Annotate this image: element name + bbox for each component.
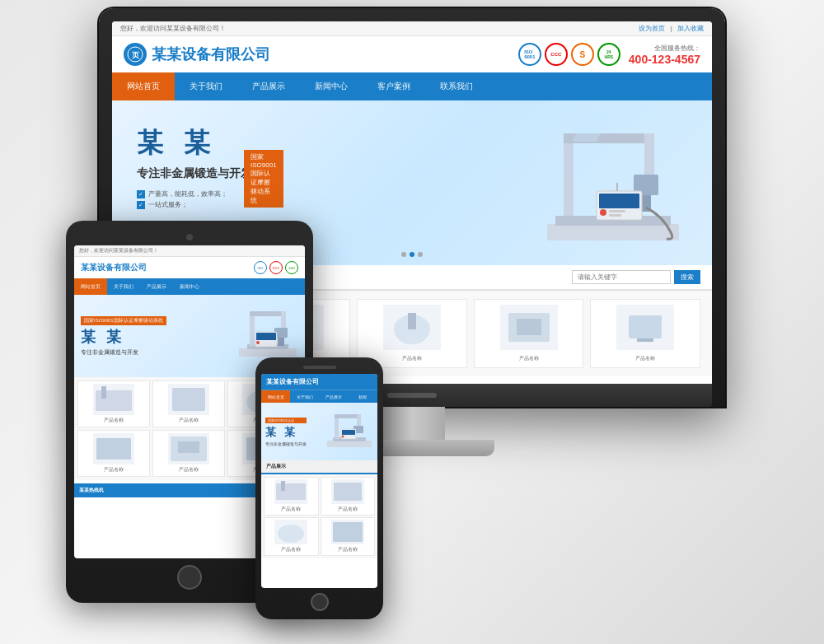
- phone-product-label-2: 产品名称: [338, 506, 358, 513]
- svg-rect-29: [250, 311, 255, 346]
- svg-rect-39: [172, 388, 205, 411]
- monitor-stand-neck: [379, 407, 445, 440]
- banner-dot-3[interactable]: [418, 252, 423, 257]
- tablet-product-label-5: 产品名称: [179, 466, 199, 474]
- tablet-topbar: 您好，欢迎访问某某设备有限公司！: [74, 245, 305, 257]
- banner-main-text: 某 某: [137, 125, 217, 161]
- phone-nav: 网站首页 关于我们 产品展示 新闻: [261, 390, 377, 403]
- hotline-number: 400-123-4567: [629, 53, 700, 66]
- monitor-chin-dot: [387, 393, 437, 398]
- tablet-product-card-4[interactable]: 产品名称: [77, 430, 150, 477]
- site-nav: 网站首页 关于我们 产品展示 新闻中心 客户案例 联系我们: [112, 72, 712, 100]
- phone-nav-home[interactable]: 网站首页: [261, 390, 290, 403]
- cert-badges: ISO9001 CCC S 24HRS: [518, 43, 620, 66]
- tablet-product-card-2[interactable]: 产品名称: [152, 380, 225, 427]
- phone-website: 某某设备有限公司 网站首页 关于我们 产品展示 新闻 国家ISO9001认证 某…: [261, 374, 377, 588]
- tablet-nav-about[interactable]: 关于我们: [107, 278, 140, 295]
- phone-home-button[interactable]: [311, 593, 329, 611]
- svg-rect-22: [408, 313, 416, 329]
- phone-nav-products[interactable]: 产品展示: [320, 390, 349, 403]
- phone-screen: 某某设备有限公司 网站首页 关于我们 产品展示 新闻 国家ISO9001认证 某…: [261, 374, 377, 588]
- svg-rect-43: [178, 441, 199, 453]
- bullet-check-1: ✓: [137, 190, 145, 198]
- svg-rect-37: [96, 390, 132, 411]
- product-img-4: [500, 305, 558, 350]
- product-label-3: 产品名称: [402, 355, 422, 362]
- tablet-product-label-2: 产品名称: [179, 417, 199, 424]
- tablet-home-button[interactable]: [177, 565, 202, 590]
- phone-nav-about[interactable]: 关于我们: [290, 390, 319, 403]
- tablet-banner-content: 国家ISO9001国际认证摩擦驱动系统 某 某 专注非金属锻造与开发: [81, 316, 166, 357]
- svg-rect-26: [637, 338, 653, 342]
- tablet-product-card-5[interactable]: 产品名称: [152, 430, 225, 477]
- svg-rect-45: [327, 441, 372, 447]
- nav-item-cases[interactable]: 客户案例: [363, 72, 425, 100]
- nav-item-home[interactable]: 网站首页: [112, 72, 175, 100]
- site-topbar: 您好，欢迎访问某某设备有限公司！ 设为首页 | 加入收藏: [112, 21, 712, 36]
- tablet-product-label-1: 产品名称: [104, 417, 124, 424]
- tablet-camera: [186, 234, 193, 240]
- site-header-right: ISO9001 CCC S 24HRS 全国服务热线： 400-123-4567: [518, 43, 700, 66]
- tablet-cert-24: 24H: [285, 261, 298, 274]
- svg-rect-30: [250, 311, 286, 316]
- bullet-check-2: ✓: [137, 201, 145, 209]
- phone-product-img-4: [331, 520, 364, 544]
- cert-ccc: CCC: [545, 43, 568, 66]
- svg-rect-58: [333, 522, 363, 542]
- tablet-product-img-5: [168, 433, 209, 464]
- svg-rect-38: [101, 386, 106, 399]
- nav-item-products[interactable]: 产品展示: [237, 72, 300, 100]
- tablet-nav-news[interactable]: 新闻中心: [173, 278, 206, 295]
- phone-banner-sub: 专注非金属锻造与开发: [265, 441, 307, 446]
- product-card-5[interactable]: 产品名称: [590, 299, 700, 368]
- banner-dot-2[interactable]: [410, 252, 414, 257]
- nav-item-news[interactable]: 新闻中心: [300, 72, 363, 100]
- phone-nav-news[interactable]: 新闻: [349, 390, 377, 403]
- tablet-product-img-1: [93, 384, 134, 415]
- product-img-5: [616, 305, 674, 350]
- product-search: 搜索: [572, 270, 700, 284]
- phone-product-card-3[interactable]: 产品名称: [264, 517, 319, 556]
- tablet-banner-sub: 专注非金属锻造与开发: [81, 348, 166, 357]
- phone-product-card-2[interactable]: 产品名称: [321, 477, 376, 516]
- svg-rect-56: [334, 483, 362, 501]
- phone-banner-content: 国家ISO9001认证 某 某 专注非金属锻造与开发: [265, 418, 307, 446]
- phone-banner: 国家ISO9001认证 某 某 专注非金属锻造与开发: [261, 403, 377, 460]
- product-label-5: 产品名称: [635, 355, 655, 362]
- tablet-product-label-4: 产品名称: [104, 466, 124, 474]
- banner-sub-text: 专注非金属锻造与开发: [137, 166, 252, 181]
- phone-product-grid: 产品名称 产品名称 产品名称: [261, 474, 377, 558]
- hotline: 全国服务热线： 400-123-4567: [629, 44, 700, 66]
- product-label-4: 产品名称: [519, 355, 539, 362]
- tablet-certs: ISO CCC 24H: [254, 261, 298, 274]
- tablet-product-img-2: [168, 384, 209, 415]
- svg-rect-54: [276, 483, 306, 500]
- search-input[interactable]: [572, 270, 671, 284]
- banner-dot-1[interactable]: [401, 252, 406, 257]
- hotline-label: 全国服务热线：: [629, 44, 700, 53]
- tablet-nav-home[interactable]: 网站首页: [74, 278, 107, 295]
- phone-product-card-1[interactable]: 产品名称: [264, 477, 319, 516]
- banner-machine: [531, 109, 695, 257]
- tablet-product-card-1[interactable]: 产品名称: [77, 380, 150, 427]
- logo-icon: 页: [124, 43, 147, 66]
- nav-item-contact[interactable]: 联系我们: [425, 72, 488, 100]
- scene: 您好，欢迎访问某某设备有限公司！ 设为首页 | 加入收藏: [0, 0, 824, 644]
- tablet-header: 某某设备有限公司 ISO CCC 24H: [74, 257, 305, 278]
- svg-rect-33: [278, 338, 284, 346]
- cert-iso: ISO9001: [518, 43, 541, 66]
- logo-text: 某某设备有限公司: [152, 44, 270, 64]
- tablet-product-img-4: [93, 433, 134, 464]
- search-button[interactable]: 搜索: [674, 270, 700, 284]
- svg-rect-10: [599, 194, 639, 208]
- phone-product-card-4[interactable]: 产品名称: [321, 517, 376, 556]
- nav-item-about[interactable]: 关于我们: [175, 72, 237, 100]
- tablet-nav-products[interactable]: 产品展示: [140, 278, 173, 295]
- topbar-welcome: 您好，欢迎访问某某设备有限公司！: [120, 24, 226, 33]
- phone-product-img-3: [274, 520, 307, 544]
- product-card-4[interactable]: 产品名称: [474, 299, 584, 368]
- phone-frame: 某某设备有限公司 网站首页 关于我们 产品展示 新闻 国家ISO9001认证 某…: [255, 357, 383, 619]
- topbar-right: 设为首页 | 加入收藏: [639, 24, 704, 33]
- phone-speaker: [303, 366, 336, 369]
- tablet-banner-tag: 国家ISO9001国际认证摩擦驱动系统: [81, 316, 166, 325]
